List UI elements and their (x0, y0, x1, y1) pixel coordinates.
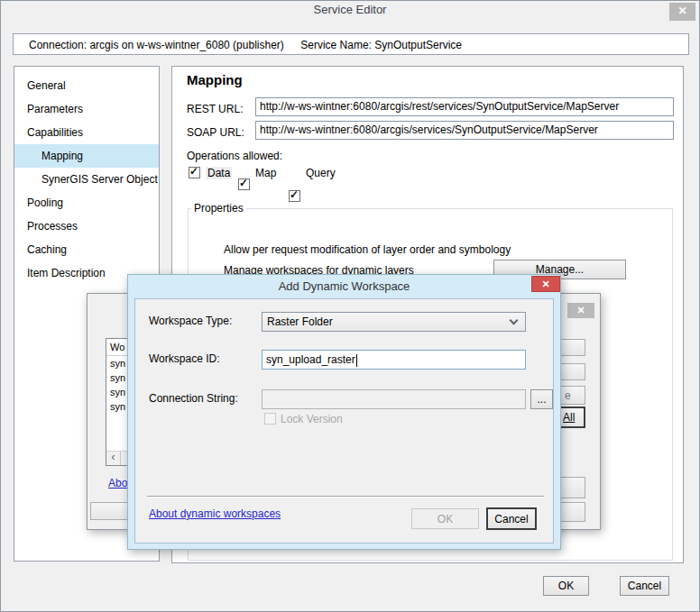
soap-url-label: SOAP URL: (187, 126, 244, 139)
workspace-id-label: Workspace ID: (149, 352, 219, 365)
connection-label: Connection: arcgis on w-ws-wintner_6080 … (29, 39, 284, 51)
connection-string-label: Connection String: (149, 392, 238, 405)
data-checkbox-label: Data (206, 167, 232, 179)
check-icon: ✓ (239, 177, 248, 189)
sidebar-item-mapping[interactable]: Mapping (14, 144, 159, 168)
footer-ok-button[interactable]: OK (543, 576, 589, 596)
workspace-id-input[interactable]: syn_upload_raster (262, 350, 526, 370)
allow-modification-label: Allow per request modification of layer … (224, 243, 511, 256)
check-icon: ✓ (189, 165, 198, 178)
query-checkbox-label: Query (306, 167, 336, 179)
window-title: Service Editor (1, 1, 699, 19)
add-dialog-close-icon[interactable]: ✕ (531, 276, 560, 292)
browse-button[interactable]: ... (530, 389, 553, 409)
workspace-type-value: Raster Folder (267, 315, 333, 328)
ok-button[interactable]: OK (411, 508, 479, 529)
scroll-left-icon[interactable]: ‹ (106, 452, 121, 465)
connection-string-input[interactable] (262, 389, 526, 409)
check-icon: ✓ (290, 188, 299, 201)
sidebar-item-pooling[interactable]: Pooling (14, 191, 159, 215)
map-checkbox[interactable]: ✓ (238, 178, 250, 190)
rest-url-label: REST URL: (187, 103, 243, 115)
add-dynamic-workspace-dialog: Add Dynamic Workspace ✕ Workspace Type: … (127, 274, 561, 550)
add-dialog-body: Workspace Type: Raster Folder Workspace … (134, 298, 554, 543)
add-dialog-title: Add Dynamic Workspace (128, 275, 560, 298)
sidebar-item-capabilities[interactable]: Capabilities (14, 121, 159, 144)
data-checkbox[interactable]: ✓ (189, 167, 200, 178)
service-editor-window: Service Editor ✕ Connection: arcgis on w… (0, 0, 700, 612)
map-checkbox-label: Map (255, 167, 276, 179)
service-name-label: Service Name: SynOutputService (300, 39, 462, 51)
about-dynamic-workspaces-link[interactable]: About dynamic workspaces (149, 507, 281, 520)
properties-group-label: Properties (191, 202, 246, 215)
sidebar-item-synergis-server-object[interactable]: SynerGIS Server Object E (14, 168, 159, 191)
button-label-fragment: e (565, 389, 571, 402)
manage-dialog-button-fragment[interactable] (90, 502, 128, 520)
lock-version-checkbox[interactable] (264, 413, 276, 425)
separator (147, 496, 544, 498)
connection-bar: Connection: arcgis on w-ws-wintner_6080 … (13, 33, 689, 55)
cancel-button[interactable]: Cancel (486, 507, 537, 530)
manage-dialog-close-icon[interactable]: ✕ (567, 303, 594, 318)
soap-url-field[interactable]: http://w-ws-wintner:6080/arcgis/services… (255, 121, 674, 140)
workspace-type-label: Workspace Type: (149, 315, 232, 327)
close-icon[interactable]: ✕ (669, 3, 695, 21)
sidebar-item-caching[interactable]: Caching (14, 238, 159, 261)
workspace-type-select[interactable]: Raster Folder (262, 312, 526, 332)
lock-version-label: Lock Version (281, 413, 343, 425)
rest-url-field[interactable]: http://w-ws-wintner:6080/arcgis/rest/ser… (255, 97, 674, 116)
operations-allowed-label: Operations allowed: (187, 150, 282, 162)
chevron-down-icon (510, 316, 519, 325)
workspace-id-value: syn_upload_raster (266, 353, 355, 366)
sidebar-item-parameters[interactable]: Parameters (14, 97, 159, 121)
sidebar-item-general[interactable]: General (14, 74, 159, 97)
text-caret (356, 354, 357, 367)
sidebar-item-processes[interactable]: Processes (14, 215, 159, 238)
button-label-fragment: All (563, 411, 575, 424)
query-checkbox[interactable]: ✓ (289, 190, 300, 202)
footer-cancel-button[interactable]: Cancel (620, 576, 669, 596)
page-title: Mapping (187, 72, 243, 87)
